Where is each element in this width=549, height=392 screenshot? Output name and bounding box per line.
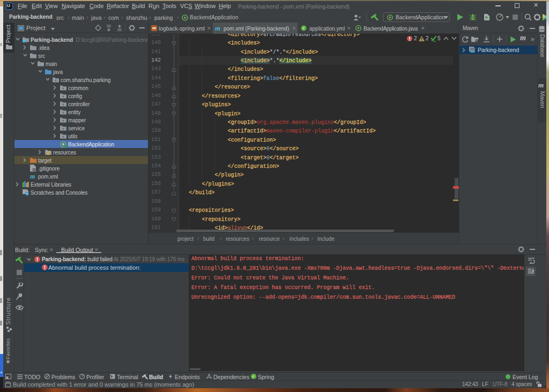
svg-text:m: m bbox=[471, 48, 474, 53]
